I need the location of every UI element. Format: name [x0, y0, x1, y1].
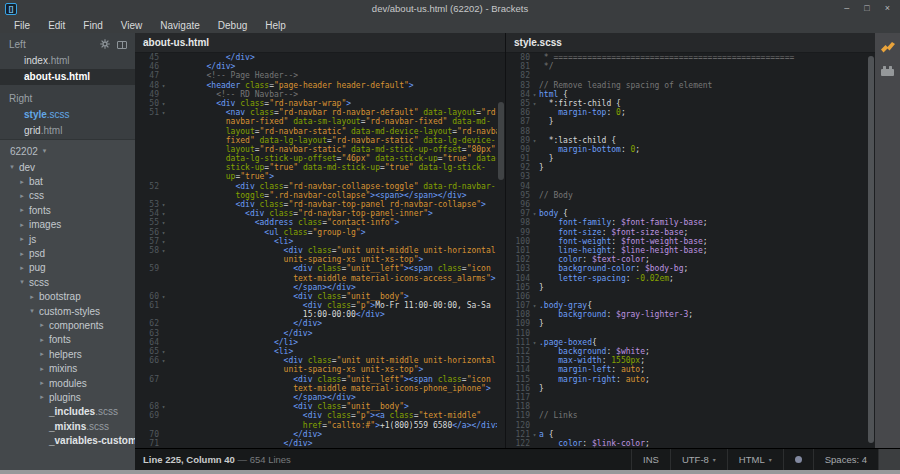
- tree-item-js[interactable]: ▸js: [0, 232, 135, 246]
- menu-item-file[interactable]: File: [5, 20, 39, 31]
- tree-item-_mixins[interactable]: _mixins.scss: [0, 419, 135, 433]
- fold-arrow-icon[interactable]: ▾: [159, 347, 168, 356]
- lint-status[interactable]: [783, 449, 813, 470]
- encoding-selector[interactable]: UTF-8 ▾: [670, 449, 727, 470]
- tree-item-fonts[interactable]: ▸fonts: [0, 203, 135, 217]
- fold-arrow-icon[interactable]: ▾: [530, 338, 539, 347]
- tree-item-pug[interactable]: ▸pug: [0, 261, 135, 275]
- working-file-index[interactable]: index.html: [0, 53, 135, 69]
- code-row: 15:00-00:00</div>: [135, 310, 497, 319]
- code-line: }: [539, 283, 867, 292]
- language-selector[interactable]: HTML ▾: [727, 449, 783, 470]
- fold-arrow-icon[interactable]: ▾: [159, 228, 168, 237]
- chevron-right-icon[interactable]: ▸: [38, 321, 46, 329]
- fold-arrow-icon[interactable]: ▾: [530, 209, 539, 218]
- menu-item-navigate[interactable]: Navigate: [151, 20, 208, 31]
- tree-item-scss[interactable]: ▾scss: [0, 275, 135, 289]
- code-line: line-height: $line-height-base;: [539, 246, 867, 255]
- maximize-button[interactable]: □: [864, 0, 869, 17]
- split-view-icon[interactable]: [117, 41, 127, 49]
- fold-arrow-icon[interactable]: ▾: [530, 136, 539, 145]
- tree-item-custom-styles[interactable]: ▾custom-styles: [0, 304, 135, 318]
- code-line: // Body: [539, 191, 867, 200]
- fold-arrow-icon[interactable]: ▾: [159, 292, 168, 301]
- project-dropdown[interactable]: 62202 ▾: [0, 142, 135, 160]
- live-preview-icon[interactable]: [881, 42, 895, 53]
- chevron-right-icon[interactable]: ▸: [18, 192, 26, 200]
- fold-arrow-icon[interactable]: ▾: [159, 200, 168, 209]
- chevron-down-icon[interactable]: ▾: [28, 307, 36, 315]
- fold-arrow-icon[interactable]: ▾: [159, 99, 168, 108]
- code-line: *:last-child {: [539, 136, 867, 145]
- fold-arrow-icon[interactable]: ▾: [530, 90, 539, 99]
- chevron-right-icon[interactable]: ▸: [18, 206, 26, 214]
- left-code-editor[interactable]: 45 </div>46 </div>47 <!-- Page Header-->…: [135, 53, 505, 448]
- line-number: [135, 274, 159, 283]
- chevron-right-icon[interactable]: ▸: [18, 235, 26, 243]
- tree-item-psd[interactable]: ▸psd: [0, 246, 135, 260]
- fold-arrow-icon[interactable]: ▾: [530, 430, 539, 439]
- chevron-right-icon[interactable]: ▸: [18, 264, 26, 272]
- indent-settings[interactable]: Spaces: 4: [813, 449, 878, 470]
- chevron-right-icon[interactable]: ▸: [18, 250, 26, 258]
- chevron-right-icon[interactable]: ▸: [38, 365, 46, 373]
- chevron-right-icon[interactable]: ▸: [28, 293, 36, 301]
- fold-arrow-icon[interactable]: ▾: [530, 301, 539, 310]
- working-file-about-us[interactable]: about-us.html: [0, 69, 135, 85]
- tree-item-plugins[interactable]: ▸plugins: [0, 390, 135, 404]
- menu-item-edit[interactable]: Edit: [39, 20, 74, 31]
- working-file-grid[interactable]: grid.html: [0, 123, 135, 139]
- chevron-right-icon[interactable]: ▸: [38, 350, 46, 358]
- chevron-right-icon[interactable]: ▸: [38, 336, 46, 344]
- gutter: 80: [506, 53, 539, 62]
- chevron-right-icon[interactable]: ▸: [18, 221, 26, 229]
- insert-mode-indicator[interactable]: INS: [631, 449, 670, 470]
- chevron-right-icon[interactable]: ▸: [38, 393, 46, 401]
- right-code-editor[interactable]: 80 * ===================================…: [506, 53, 875, 448]
- fold-arrow-icon[interactable]: ▾: [159, 246, 168, 255]
- code-row: 57▾ <li>: [135, 237, 497, 246]
- menu-item-view[interactable]: View: [112, 20, 152, 31]
- fold-arrow-icon[interactable]: ▾: [159, 108, 168, 117]
- left-pane-header[interactable]: about-us.html: [135, 33, 505, 53]
- fold-arrow-icon[interactable]: ▾: [159, 356, 168, 365]
- fold-arrow-icon[interactable]: ▾: [159, 218, 168, 227]
- tree-item-fonts[interactable]: ▸fonts: [0, 333, 135, 347]
- menu-item-debug[interactable]: Debug: [209, 20, 256, 31]
- chevron-right-icon[interactable]: ▸: [18, 178, 26, 186]
- minimize-button[interactable]: –: [844, 0, 849, 17]
- tree-item-images[interactable]: ▸images: [0, 218, 135, 232]
- fold-arrow-icon[interactable]: ▾: [159, 209, 168, 218]
- fold-arrow-icon[interactable]: ▾: [159, 402, 168, 411]
- line-number: 90: [506, 145, 530, 154]
- chevron-down-icon[interactable]: ▾: [8, 163, 16, 171]
- tree-item-modules[interactable]: ▸modules: [0, 376, 135, 390]
- tree-item-components[interactable]: ▸components: [0, 318, 135, 332]
- fold-arrow-icon[interactable]: ▾: [159, 237, 168, 246]
- fold-arrow-icon[interactable]: ▾: [530, 99, 539, 108]
- menu-item-find[interactable]: Find: [74, 20, 111, 31]
- chevron-right-icon[interactable]: ▸: [38, 379, 46, 387]
- tree-item-_variables-custom[interactable]: _variables-custom.scss: [0, 433, 135, 447]
- close-button[interactable]: ×: [885, 0, 890, 17]
- folder-name: scss: [29, 277, 49, 288]
- tree-item-mixins[interactable]: ▸mixins: [0, 361, 135, 375]
- tree-item-css[interactable]: ▸css: [0, 189, 135, 203]
- extension-manager-icon[interactable]: [881, 66, 894, 76]
- code-line: 15:00-00:00</div>: [168, 310, 497, 319]
- right-pane-header[interactable]: style.scss: [506, 33, 875, 53]
- fold-arrow-icon[interactable]: ▾: [159, 81, 168, 90]
- resize-grip[interactable]: [878, 449, 900, 470]
- tree-item-bootstrap[interactable]: ▸bootstrap: [0, 290, 135, 304]
- scrollbar-thumb[interactable]: [498, 102, 504, 180]
- scrollbar-thumb[interactable]: [868, 56, 874, 443]
- tree-item-dev[interactable]: ▾dev: [0, 160, 135, 174]
- tree-item-helpers[interactable]: ▸helpers: [0, 347, 135, 361]
- tree-item-bat[interactable]: ▸bat: [0, 174, 135, 188]
- menu-item-help[interactable]: Help: [256, 20, 295, 31]
- chevron-down-icon[interactable]: ▾: [18, 278, 26, 286]
- cursor-position[interactable]: Line 225, Column 40: [143, 454, 235, 465]
- gear-icon[interactable]: [100, 39, 110, 51]
- tree-item-_includes[interactable]: _includes.scss: [0, 405, 135, 419]
- working-file-style[interactable]: style.scss: [0, 107, 135, 123]
